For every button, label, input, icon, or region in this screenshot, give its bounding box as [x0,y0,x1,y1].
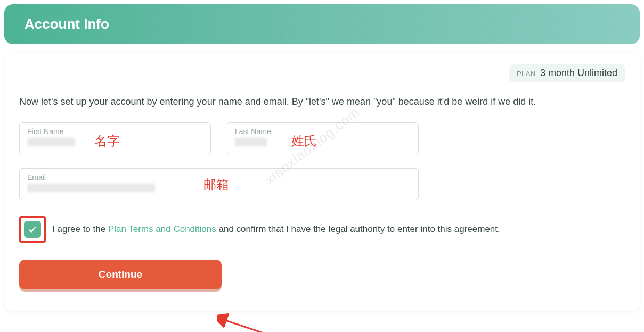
checkbox-highlight [19,216,46,243]
redacted-value [27,138,75,146]
continue-button[interactable]: Continue [19,260,222,289]
svg-line-1 [224,320,276,332]
plan-badge: PLAN 3 month Unlimited [509,64,625,82]
consent-text: I agree to the Plan Terms and Conditions… [52,224,500,235]
account-card: PLAN 3 month Unlimited Now let's set up … [4,53,640,311]
consent-row: I agree to the Plan Terms and Conditions… [19,216,625,243]
plan-value: 3 month Unlimited [540,68,617,79]
page-title: Account Info [25,16,619,32]
email-label: Email [27,173,411,181]
name-row: First Name 名字 Last Name 姓氏 [19,122,625,154]
header-bar: Account Info [4,4,640,44]
email-row: Email 邮箱 [19,168,625,200]
last-name-label: Last Name [235,127,411,136]
consent-suffix: and confirm that I have the legal author… [216,224,500,234]
email-field[interactable]: Email 邮箱 [19,168,419,200]
redacted-value [27,184,155,192]
terms-link[interactable]: Plan Terms and Conditions [108,224,216,234]
intro-text: Now let's set up your account by enterin… [19,95,625,109]
check-icon [28,225,37,234]
consent-prefix: I agree to the [52,224,108,234]
last-name-field[interactable]: Last Name 姓氏 [227,122,419,154]
redacted-value [235,138,267,146]
first-name-field[interactable]: First Name 名字 [19,122,211,154]
plan-label: PLAN [517,70,536,78]
arrow-annotation [217,313,281,332]
first-name-label: First Name [27,127,203,136]
terms-checkbox[interactable] [24,221,41,238]
